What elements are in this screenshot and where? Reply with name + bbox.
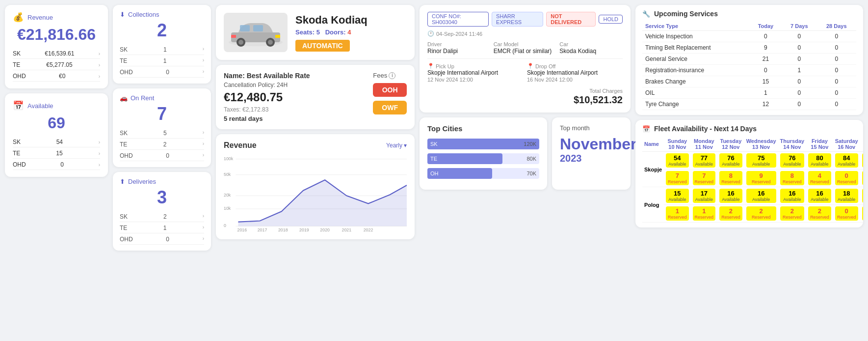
available-rows: SK 54 › TE 15 › OHD 0 ›: [13, 137, 100, 170]
svg-text:2021: 2021: [342, 227, 351, 232]
service-28days: 0: [816, 87, 856, 99]
booking-details: Driver Rinor Dalipi Car Model EMCR (Fiat…: [427, 41, 623, 55]
on-rent-card: 🚗 On Rent 7 SK 5 › TE 2 › OHD 0 ›: [113, 88, 211, 167]
total-charges-label: Total Charges: [589, 88, 623, 94]
fleet-available-cell: 77Available: [691, 152, 718, 170]
fleet-day-header: Friday15 Nov: [806, 137, 833, 152]
on-rent-row-sk[interactable]: SK 5 ›: [120, 128, 204, 139]
service-today: 12: [750, 99, 782, 110]
service-today: 1: [750, 87, 782, 99]
svg-text:2020: 2020: [320, 227, 330, 232]
available-value: 69: [13, 114, 100, 132]
fleet-reserved-cell: 2Reserved: [806, 205, 833, 223]
svg-rect-9: [231, 35, 236, 38]
fleet-reserved-cell: 4Reserved: [806, 170, 833, 187]
deliveries-row-sk[interactable]: SK 2 ›: [120, 212, 204, 222]
car-model-field: Car Model EMCR (Fiat or similar): [494, 41, 557, 55]
revenue-header: 💰 Revenue: [13, 12, 100, 23]
rate-price: €12,480.75: [224, 90, 310, 104]
deliveries-header: ⬆ Deliveries: [120, 178, 204, 185]
chevron-icon: ›: [99, 62, 100, 68]
car-value: Skoda Kodiaq: [559, 48, 623, 55]
total-charges: Total Charges $10,521.32: [574, 87, 623, 106]
available-row-sk[interactable]: SK 54 ›: [13, 137, 100, 147]
calendar-icon: 📅: [642, 125, 650, 133]
upcoming-services-table: Service Type Today 7 Days 28 Days Vehicl…: [642, 22, 856, 110]
fleet-available-cell: 80Available: [806, 152, 833, 170]
fleet-available-cell: 18Available: [833, 187, 860, 205]
revenue-chart-card: Revenue Yearly ▾ 100k 50k 20k 10k 0: [216, 134, 415, 239]
service-name: Registration-insurance: [642, 65, 750, 76]
city-bar-sk: SK 120K: [427, 139, 539, 149]
revenue-row-ohd[interactable]: OHD €0 ›: [13, 71, 100, 82]
fleet-card: 📅 Fleet Availability - Next 14 Days Name…: [635, 120, 863, 227]
fleet-reserved-row: 1Reserved1Reserved2Reserved2Reserved2Res…: [642, 205, 863, 223]
collections-row-ohd[interactable]: OHD 0 ›: [120, 67, 204, 78]
driver-field: Driver Rinor Dalipi: [427, 41, 491, 55]
service-28days: 0: [816, 31, 856, 42]
fleet-available-cell: 16Available: [778, 187, 807, 205]
rate-taxes: Taxes: €2,172.83: [224, 106, 310, 113]
booking-footer: Total Charges $10,521.32: [427, 87, 623, 106]
revenue-period[interactable]: Yearly ▾: [386, 142, 407, 149]
revenue-chart-svg: 100k 50k 20k 10k 0 2016: [224, 154, 407, 232]
collections-row-te[interactable]: TE 1 ›: [120, 56, 204, 66]
upcoming-table-row: Brakes Change 15 0 0: [642, 76, 856, 87]
deliveries-card: ⬆ Deliveries 3 SK 2 › TE 1 › OHD 0 ›: [113, 172, 211, 251]
available-row-ohd[interactable]: OHD 0 ›: [13, 160, 100, 170]
fleet-reserved-row: 7Reserved7Reserved8Reserved9Reserved8Res…: [642, 170, 863, 187]
vehicle-meta: Seats: 5 Doors: 4: [295, 28, 368, 36]
sharr-tag: SHARR EXPRESS: [492, 12, 543, 27]
revenue-row-ohd-val: €0: [59, 73, 65, 80]
revenue-row-te[interactable]: TE €5,277.05 ›: [13, 60, 100, 70]
fleet-reserved-cell: 1Reserved: [691, 205, 718, 223]
service-name: OIL: [642, 87, 750, 99]
service-type-header: Service Type: [642, 22, 750, 31]
dropoff-date: 16 Nov 2024 12:00: [527, 77, 573, 83]
svg-point-5: [238, 40, 243, 45]
fleet-reserved-cell: 7Reserved: [664, 170, 691, 187]
available-row-te[interactable]: TE 15 ›: [13, 148, 100, 159]
info-icon: i: [389, 72, 395, 79]
upcoming-table-row: Registration-insurance 0 1 0: [642, 65, 856, 76]
service-today: 15: [750, 76, 782, 87]
fleet-reserved-cell: 0Reserved: [860, 170, 863, 187]
ooh-badge: OOH: [373, 83, 407, 97]
deliveries-row-ohd[interactable]: OHD 0 ›: [120, 234, 204, 245]
car-svg: [226, 15, 285, 50]
service-name: General Service: [642, 54, 750, 65]
revenue-row-sk-label: SK: [13, 50, 21, 57]
hold-tag: HOLD: [599, 15, 623, 24]
dropoff-label: 📍 Drop Off: [527, 63, 623, 69]
pickup-location: Skopje International Airport: [427, 69, 523, 76]
revenue-row-te-label: TE: [13, 61, 20, 68]
collections-icon: ⬇: [120, 11, 125, 18]
today-header: Today: [750, 22, 782, 31]
service-28days: 0: [816, 76, 856, 87]
fleet-reserved-cell: 2Reserved: [744, 205, 778, 223]
svg-text:100k: 100k: [224, 156, 234, 161]
dropoff-location: Skopje International Airport: [527, 69, 623, 76]
fleet-day-header: Thursday14 Nov: [778, 137, 807, 152]
deliveries-row-te[interactable]: TE 1 ›: [120, 223, 204, 233]
booking-tags: CONF NO#: SH003040 SHARR EXPRESS NOT DEL…: [427, 12, 623, 27]
fleet-location-name: Polog: [642, 187, 664, 223]
svg-text:50k: 50k: [224, 171, 231, 176]
fleet-available-cell: 16Available: [744, 187, 778, 205]
pickup-label: 📍 Pick Up: [427, 63, 523, 69]
car-model-label: Car Model: [494, 41, 519, 47]
booking-card: CONF NO#: SH003040 SHARR EXPRESS NOT DEL…: [420, 5, 631, 113]
7days-header: 7 Days: [782, 22, 816, 31]
collections-row-sk[interactable]: SK 1 ›: [120, 45, 204, 55]
fleet-available-cell: 76Available: [778, 152, 807, 170]
car-field: Car Skoda Kodiaq: [559, 41, 623, 55]
service-name: Vehicle Inspection: [642, 31, 750, 42]
on-rent-row-ohd[interactable]: OHD 0 ›: [120, 151, 204, 161]
fleet-available-cell: 15Available: [664, 187, 691, 205]
revenue-row-sk[interactable]: SK €16,539.61 ›: [13, 49, 100, 59]
svg-text:20k: 20k: [224, 193, 231, 198]
fleet-day-header: Wednesday13 Nov: [744, 137, 778, 152]
on-rent-row-te[interactable]: TE 2 ›: [120, 140, 204, 150]
fleet-table: NameSunday10 NovMonday11 NovTuesday12 No…: [642, 137, 863, 223]
revenue-row-ohd-label: OHD: [13, 73, 26, 80]
